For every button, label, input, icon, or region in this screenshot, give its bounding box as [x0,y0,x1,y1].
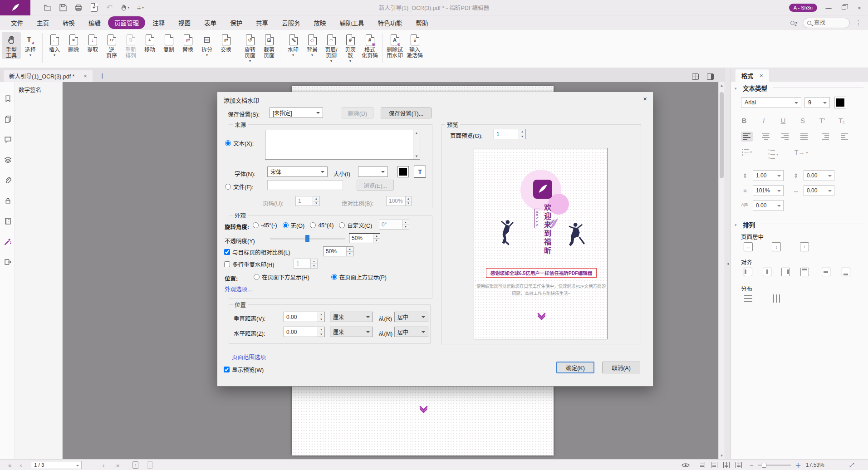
page-number-spinner[interactable]: 1▲▼ [295,196,320,206]
menu-tab-表单[interactable]: 表单 [198,16,223,29]
sidebar-share-icon[interactable] [3,257,12,266]
menu-tab-保护[interactable]: 保护 [224,16,249,29]
ribbon-item[interactable]: #贝茨 数▾ [341,32,360,63]
sidebar-bookmark-icon[interactable] [3,94,12,103]
char-spacing-input[interactable]: 0.00 [804,185,834,196]
watermark-size-select[interactable] [358,166,388,177]
align-center-button[interactable] [760,132,772,142]
previous-page-icon[interactable]: ‹ [20,460,22,470]
menu-tab-视图[interactable]: 视图 [172,16,197,29]
line-spacing-input[interactable]: 1.00 [753,170,784,181]
ribbon-item[interactable]: ⇅重新 排列 [121,32,140,59]
menu-tab-放映[interactable]: 放映 [308,16,333,29]
ribbon-item[interactable]: #▣格式 化页码 [360,32,380,59]
superscript-button[interactable]: T' [815,114,829,126]
font-family-select[interactable]: Arial [741,97,801,108]
align-objects-right-button[interactable] [781,268,790,276]
menu-tab-转换[interactable]: 转换 [56,16,81,29]
italic-button[interactable]: I [757,114,770,126]
ribbon-item[interactable]: ◇背景▾ [303,32,322,57]
zoom-percent[interactable]: 17.53% [806,460,824,470]
ribbon-item[interactable]: ↓提取 [83,32,102,53]
indent-decrease-button[interactable] [839,132,850,142]
char-scale-input[interactable]: 101% [753,185,784,196]
ribbon-item[interactable]: ⊟拆分▾ [197,32,216,57]
collapse-caret-icon[interactable]: ▾ [735,86,737,91]
vertical-unit-select[interactable]: 厘米 [330,312,373,322]
rotation-radio[interactable]: -45°(-) [253,221,277,230]
side-panel-icon[interactable] [707,73,714,80]
ribbon-item[interactable]: ←插入▾ [45,32,64,57]
zoom-in-icon[interactable]: ＋ [795,460,801,470]
rotation-radio[interactable]: 自定义(C) [339,221,372,230]
undo-icon[interactable]: ↶ [105,3,114,12]
custom-angle-spinner[interactable]: 0°▲▼ [379,220,409,230]
dialog-close-icon[interactable]: × [643,95,647,103]
absolute-scale-spinner[interactable]: 100%▲▼ [386,196,412,206]
watermark-text-input[interactable]: ▲▼ [265,130,420,160]
ribbon-item[interactable]: A⊗删除试 用水印 [385,32,405,59]
multiline-count-spinner[interactable]: 1▲▼ [294,259,318,269]
appearance-options-link[interactable]: 外观选项... [225,284,252,293]
numbered-list-button[interactable]: 123▾ [768,149,778,160]
watermark-position-radio[interactable]: 在页面下方显示(H) [254,273,309,281]
word-spacing-input[interactable]: 0.00 [753,200,784,211]
underline-button[interactable]: U [776,114,790,126]
sidebar-signature-icon[interactable] [3,196,12,205]
single-page-view-icon[interactable] [699,460,705,470]
open-file-icon[interactable] [43,3,52,12]
user-account-badge[interactable]: A - Sh3n [789,4,817,12]
opacity-slider[interactable] [270,238,345,240]
format-tab-close-icon[interactable]: × [760,72,763,79]
center-vertical-button[interactable]: ↕ [772,242,781,251]
relative-scale-spinner[interactable]: 50%▲▼ [323,246,353,256]
menu-tab-注释[interactable]: 注释 [146,16,171,29]
font-color-swatch[interactable] [834,97,846,108]
hand-cursor-icon[interactable]: ▾ [120,3,129,12]
page-range-link[interactable]: 页面范围选项 [232,352,266,361]
sidebar-wizard-icon[interactable] [3,237,12,246]
facing-view-icon[interactable] [723,460,730,470]
first-page-icon[interactable]: « [8,460,11,470]
ribbon-item[interactable]: ∥水印▾ [284,32,303,57]
ribbon-item[interactable]: T选择▾ [21,32,40,57]
bullet-list-button[interactable]: ▾ [742,149,752,156]
watermark-font-select[interactable]: 宋体 [267,166,328,177]
collapse-caret-icon[interactable]: ▾ [735,223,737,227]
menu-tab-云服务[interactable]: 云服务 [275,16,307,29]
align-objects-center-button[interactable] [763,268,771,276]
scroll-up-icon[interactable]: ▲ [719,83,725,88]
ribbon-item[interactable]: 手型 工具 [2,32,21,59]
vertical-scrollbar[interactable]: ▲ ▼ [718,82,725,459]
ribbon-item[interactable]: 12逆 页序 [102,32,121,59]
strikethrough-button[interactable]: S [796,114,809,126]
cancel-button[interactable]: 取消(A) [602,362,640,373]
bold-button[interactable]: B [737,114,751,126]
relative-scale-checkbox[interactable]: 与目标页的相对比例(L) [224,248,290,256]
search-input[interactable] [814,20,841,26]
menu-tab-文件[interactable]: 文件 [5,16,29,29]
sidebar-comments-icon[interactable] [3,135,12,144]
menu-tab-帮助[interactable]: 帮助 [410,16,435,29]
watermark-position-radio[interactable]: 在页面上方显示(P) [331,273,387,281]
panel-collapse-strip[interactable]: ◂ [725,68,731,459]
vertical-distance-spinner[interactable]: 0.00▲▼ [284,312,325,322]
new-page-icon[interactable]: + [89,3,98,12]
page-number-input[interactable]: 1 / 3 [31,461,82,469]
page-preview-spinner[interactable]: 1▲▼ [494,129,526,139]
text-style-button[interactable]: T [414,166,426,178]
horizontal-unit-select[interactable]: 厘米 [330,327,373,337]
grid-view-icon[interactable] [692,73,699,80]
continuous-view-icon[interactable] [711,460,717,470]
ribbon-item[interactable]: ×删除 [64,32,83,53]
center-horizontal-button[interactable]: ↔ [744,242,753,251]
indent-increase-button[interactable] [819,132,831,142]
watermark-color-swatch[interactable] [397,166,409,177]
zoom-slider[interactable] [758,465,791,466]
ok-button[interactable]: 确定(K) [556,362,594,373]
sidebar-layers-icon[interactable] [3,155,12,164]
menu-tab-辅助工具[interactable]: 辅助工具 [333,16,371,29]
scrollbar-thumb[interactable] [720,92,724,178]
menu-tab-编辑[interactable]: 编辑 [82,16,107,29]
restore-button[interactable] [840,5,848,11]
